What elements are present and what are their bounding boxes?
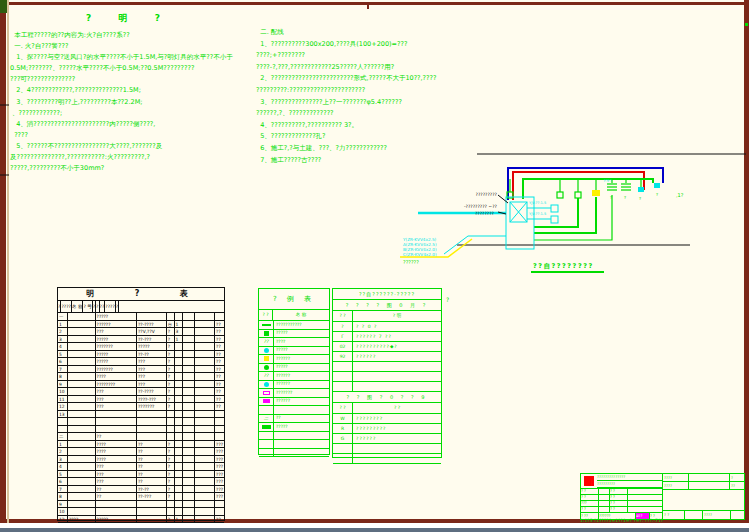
note-line: 4、消??????????????????????内?????侧????, (10, 119, 248, 130)
cell-split (195, 493, 215, 500)
legend-name: ?????? (274, 380, 329, 388)
grid-label: ? ? (610, 507, 628, 512)
note-line: ???? (10, 130, 248, 141)
spec-symbol: 02 (333, 342, 353, 351)
cell-note: ?? (215, 516, 224, 523)
column-header: ? ? (333, 403, 353, 413)
note-line: ????;+???????? (256, 50, 506, 62)
title-block-bottom-text: 1:1?5 ?1????1=1??1=? ?=?. ???.-71? (580, 518, 748, 523)
cell-no: 8 (58, 373, 68, 380)
terminal-box (551, 216, 558, 223)
cell-symbol (68, 366, 96, 373)
cell-unit: ? (167, 396, 175, 403)
cell-no: 7 (58, 486, 68, 493)
table-row: 6 ????? ??? ? ?? (58, 358, 224, 366)
legend-name: ???? (274, 338, 329, 346)
cell-model (137, 433, 167, 440)
cell-unit (167, 418, 175, 425)
title-block-right: ???? ? ???? ?? ? ? ???? (663, 474, 744, 519)
cell-no (58, 418, 68, 425)
cell-symbol (68, 463, 96, 470)
cell-qty (175, 426, 184, 433)
note-line: 2、4????????????,??????????????1.5M; (10, 85, 248, 96)
cell-note (215, 418, 224, 425)
cell-split (195, 351, 215, 358)
legend-row: ?????? (259, 355, 329, 364)
spec-row (333, 372, 441, 382)
legend-symbol-cell (259, 449, 274, 457)
table-row: 1 ???? ?? ? ??? (58, 441, 224, 449)
spec-table-header3: ? ? 图 ? 0 ? ? 9 (333, 392, 441, 403)
cell-split (195, 396, 215, 403)
cell-extra (183, 388, 195, 395)
cell-note: ??? (215, 448, 224, 455)
spec-symbol: G (333, 434, 353, 443)
cell-symbol (68, 343, 96, 350)
spec-row: 92 ?????? (333, 352, 441, 362)
cell-name: ??? (96, 403, 137, 410)
note-line: 一. 火?自???警??? (10, 41, 248, 52)
cell-name: ????? (96, 336, 137, 343)
cell-unit (167, 508, 175, 515)
cell-no: 12 (58, 403, 68, 410)
cell-model (137, 516, 167, 523)
legend-symbol: ?? (264, 373, 269, 378)
row-tail: ? (730, 474, 744, 481)
cell-name (96, 501, 137, 508)
legend-row: ??????? (259, 389, 329, 398)
cell-extra (183, 478, 195, 485)
cell-unit: ? (167, 366, 175, 373)
cell-no: 2 (58, 328, 68, 335)
cell-qty: 3 (175, 328, 184, 335)
cell-unit: ? (167, 486, 175, 493)
cell-unit: ? (167, 388, 175, 395)
cell-note (215, 433, 224, 440)
spec-column-headers-2: ? ? ? ? (333, 403, 441, 414)
cell-symbol (68, 426, 96, 433)
spec-symbol: Γ (333, 332, 353, 341)
table-row: 5 ????? ??-?? ? ?? (58, 351, 224, 359)
cell-symbol (68, 321, 96, 328)
cell-qty (175, 358, 184, 365)
legend-symbol-cell (259, 389, 274, 397)
legend-row: ?? ???? (259, 338, 329, 347)
notes-title: ? 明 ? (86, 12, 167, 25)
grid-value (628, 489, 662, 494)
cell-name: ????? (96, 351, 137, 358)
cell-extra (183, 426, 195, 433)
cell-unit (167, 433, 175, 440)
cell-extra (183, 433, 195, 440)
cell-name: ??????? (96, 343, 137, 350)
cell-name: ???? (96, 448, 137, 455)
legend-symbol-cell (259, 381, 274, 389)
cell-unit: ? (167, 463, 175, 470)
note-line: ?????????:?????????????????????? (256, 85, 506, 97)
legend-symbol (262, 324, 271, 326)
cell-name: ????? (96, 313, 137, 320)
material-table-header: ?????名 称? 号????????? (58, 301, 224, 313)
cell-name: ???? (96, 441, 137, 448)
cell-no: 1 (58, 441, 68, 448)
table-row: 13 (58, 411, 224, 419)
grid-value (628, 507, 662, 512)
legend-symbol-cell (259, 406, 274, 414)
wire-blue (508, 168, 663, 200)
schematic-title: ??自???????? (533, 262, 594, 270)
device-letter: ? (624, 195, 626, 200)
table-row: 4 ??????? ????? ? ?? (58, 343, 224, 351)
cell-no: 2 (58, 448, 68, 455)
cell-unit: ? (167, 328, 175, 335)
column-header: ???? (61, 301, 72, 312)
cell-split (195, 418, 215, 425)
spec-symbol (333, 444, 353, 453)
legend-symbol (264, 365, 269, 370)
cell-unit: 台 (167, 321, 175, 328)
legend-symbol-cell (259, 347, 274, 355)
cell-symbol (68, 336, 96, 343)
cell-unit: ? (167, 441, 175, 448)
cell-no: 10 (58, 388, 68, 395)
table-row: 二 ?? (58, 433, 224, 441)
cell-split (195, 381, 215, 388)
legend-row (259, 449, 329, 458)
cell-note: ?? (215, 321, 224, 328)
